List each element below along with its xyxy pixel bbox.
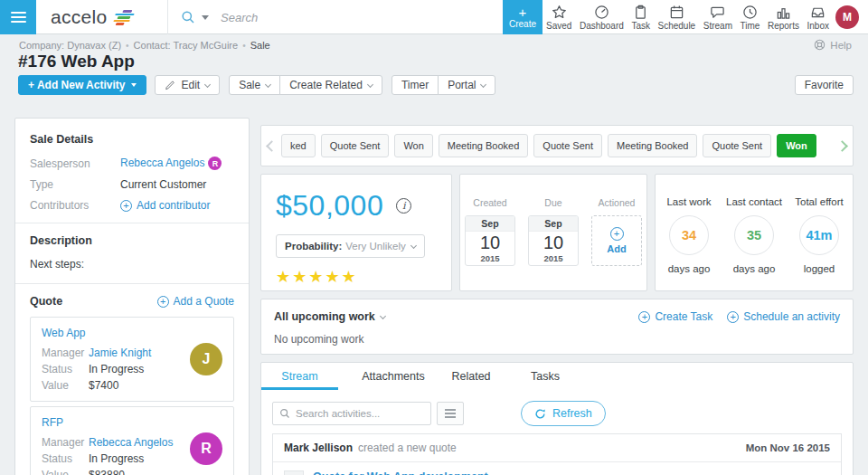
create-button[interactable]: + Create	[503, 0, 542, 34]
divider	[15, 223, 249, 223]
add-quote-link[interactable]: +Add a Quote	[157, 295, 234, 308]
nav-inbox[interactable]: Inbox	[806, 0, 829, 34]
action-toolbar: + Add New Activity Edit Sale Create Rela…	[18, 75, 495, 95]
quote-link[interactable]: RFP	[42, 416, 63, 429]
progression-scroll-left-icon[interactable]	[266, 140, 278, 152]
global-search[interactable]	[167, 0, 503, 34]
nav-saved[interactable]: Saved	[545, 0, 572, 34]
progression-stages: ked Quote Sent Won Meeting Booked Quote …	[281, 134, 833, 157]
tab-attachments[interactable]: Attachments	[338, 363, 448, 390]
add-actioned-date-button[interactable]: + Add	[591, 215, 642, 266]
quote-manager-link[interactable]: Rebecca Angelos	[89, 436, 173, 449]
refresh-icon	[534, 408, 546, 420]
inbox-tray-icon	[810, 5, 826, 20]
list-view-button[interactable]	[437, 402, 464, 425]
stage-chip-current[interactable]: Won	[777, 134, 816, 157]
last-contact-value: 35	[734, 215, 774, 255]
nav-stream[interactable]: Stream	[703, 0, 733, 34]
hamburger-menu-button[interactable]	[0, 0, 36, 34]
refresh-button[interactable]: Refresh	[521, 401, 606, 426]
breadcrumb: Company: Dynavax (Z)•Contact: Tracy McGu…	[19, 40, 270, 51]
stream-toolbar: Refresh	[272, 401, 842, 426]
stream-entry-header[interactable]: Mark Jellison created a new quote Mon No…	[273, 434, 841, 461]
portal-button[interactable]: Portal	[438, 75, 495, 95]
search-scope-caret-icon[interactable]	[202, 15, 209, 20]
manager-avatar: R	[190, 432, 222, 465]
add-contributor-link[interactable]: +Add contributor	[120, 199, 210, 212]
nav-schedule[interactable]: Schedule	[656, 0, 696, 34]
stream-entry-quote-link[interactable]: Quote for Web App development	[313, 470, 488, 475]
accelo-logo-text: accelo	[51, 6, 108, 28]
quote-card-rfp[interactable]: RFP ManagerRebecca Angelos StatusIn Prog…	[30, 406, 234, 475]
created-date-tile[interactable]: Sep 10 2015	[465, 215, 515, 266]
star-rating[interactable]: ★★★★★	[276, 267, 437, 287]
top-nav-items: Saved Dashboard Task Schedule Stream Tim…	[545, 0, 830, 34]
search-icon	[181, 10, 195, 24]
stage-chip[interactable]: Meeting Booked	[439, 134, 529, 157]
stream-entry-body[interactable]: Quote for Web App development	[273, 461, 841, 475]
tab-related[interactable]: Related	[448, 363, 494, 390]
list-icon	[445, 409, 456, 411]
stream-entry-action: created a new quote	[358, 442, 457, 454]
tab-stream[interactable]: Stream	[261, 363, 338, 390]
page-title: #176 Web App	[18, 52, 135, 71]
stream-tabs: Stream Attachments Related Tasks	[261, 363, 853, 390]
create-related-button[interactable]: Create Related	[279, 75, 382, 95]
stage-chip[interactable]: Quote Sent	[321, 134, 390, 157]
stage-chip[interactable]: Quote Sent	[703, 134, 771, 157]
stage-chip[interactable]: Quote Sent	[533, 134, 602, 157]
stream-entry-author[interactable]: Mark Jellison	[284, 442, 353, 454]
tab-tasks[interactable]: Tasks	[494, 363, 597, 390]
accelo-logo[interactable]: accelo	[51, 0, 133, 34]
stream-list: Mark Jellison created a new quote Mon No…	[272, 433, 842, 475]
nav-reports[interactable]: Reports	[767, 0, 800, 34]
probability-dropdown[interactable]: Probability: Very Unlikely	[276, 234, 425, 258]
type-row: Type Current Customer	[30, 178, 234, 191]
stage-chip-truncated[interactable]: ked	[281, 134, 316, 157]
timer-button[interactable]: Timer	[392, 75, 439, 95]
help-button[interactable]: Help	[814, 39, 852, 51]
plus-circle-icon: +	[157, 296, 169, 308]
quote-link[interactable]: Web App	[42, 327, 85, 339]
activities-search[interactable]	[272, 402, 431, 425]
due-date-column: Due Sep 10 2015	[528, 197, 579, 290]
description-text: Next steps:	[30, 258, 234, 271]
pencil-icon	[165, 80, 175, 90]
plus-circle-icon: +	[610, 227, 624, 241]
activity-stream-panel: Stream Attachments Related Tasks Refresh…	[260, 362, 854, 475]
breadcrumb-contact[interactable]: Contact: Tracy McGuire	[134, 40, 239, 51]
progression-scroll-right-icon[interactable]	[836, 140, 848, 152]
clipboard-icon	[633, 5, 648, 20]
plus-icon: +	[519, 6, 527, 18]
quote-card-web-app[interactable]: Web App ManagerJamie Knight StatusIn Pro…	[30, 317, 234, 402]
edit-button[interactable]: Edit	[155, 75, 220, 95]
nav-dashboard[interactable]: Dashboard	[579, 0, 625, 34]
sale-menu-button[interactable]: Sale	[229, 75, 280, 95]
due-date-tile[interactable]: Sep 10 2015	[528, 215, 579, 266]
breadcrumb-company[interactable]: Company: Dynavax (Z)	[19, 40, 121, 51]
global-search-input[interactable]	[221, 11, 438, 24]
add-new-activity-button[interactable]: + Add New Activity	[18, 75, 146, 95]
nav-time[interactable]: Time	[740, 0, 761, 34]
salesperson-link[interactable]: Rebecca Angelos	[120, 157, 204, 169]
divider	[15, 283, 249, 284]
no-upcoming-work-text: No upcoming work	[274, 333, 840, 346]
manager-avatar: J	[190, 343, 222, 375]
nav-task[interactable]: Task	[630, 0, 651, 34]
upcoming-work-filter[interactable]: All upcoming work	[274, 310, 375, 323]
calendar-icon	[669, 5, 684, 20]
create-task-link[interactable]: +Create Task	[638, 310, 712, 323]
accelo-sale-page: accelo + Create Saved Dashboard	[0, 0, 868, 475]
user-avatar[interactable]: M	[835, 5, 859, 29]
schedule-activity-link[interactable]: +Schedule an activity	[727, 310, 840, 323]
breadcrumb-separator: •	[242, 41, 246, 51]
total-effort-stat: Total effort 41m logged	[791, 196, 847, 290]
description-title: Description	[30, 234, 234, 247]
activities-search-input[interactable]	[296, 408, 418, 419]
stage-chip[interactable]: Meeting Booked	[608, 134, 698, 157]
help-lifering-icon	[814, 39, 826, 51]
stage-chip[interactable]: Won	[394, 134, 432, 157]
quote-manager-link[interactable]: Jamie Knight	[89, 347, 151, 359]
info-icon[interactable]: i	[396, 198, 411, 214]
favorite-button[interactable]: Favorite	[795, 75, 854, 95]
